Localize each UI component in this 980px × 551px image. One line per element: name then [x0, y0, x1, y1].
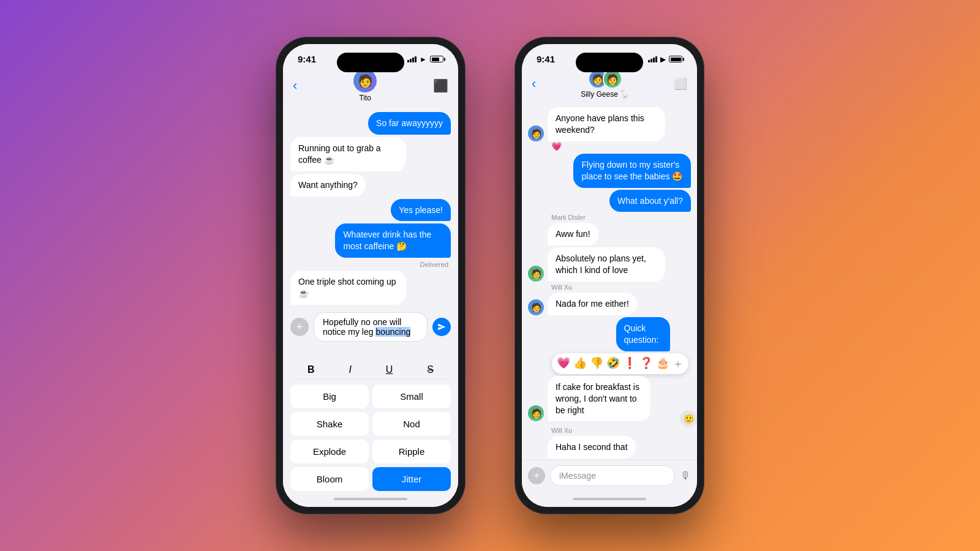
message-row: Aww fun!: [528, 223, 691, 246]
message-row: What about y'all?: [528, 190, 691, 212]
delivered-status: Delivered: [290, 261, 448, 268]
italic-button[interactable]: I: [344, 363, 356, 377]
bubble-outgoing: What about y'all?: [609, 190, 691, 212]
dynamic-island-2: [576, 53, 643, 72]
tapback-exclaim[interactable]: ❗: [623, 356, 636, 371]
underline-button[interactable]: U: [381, 363, 398, 377]
format-toolbar: B I U S: [290, 361, 451, 380]
messages-area-2: 🧑 Anyone have plans this weekend? 💗 Flyi…: [522, 103, 697, 460]
back-button-1[interactable]: ‹: [293, 78, 297, 94]
bubble-incoming: Absolutely no plans yet, which I kind of…: [548, 247, 665, 282]
bubble-incoming: Nada for me either!: [548, 293, 637, 315]
group-info[interactable]: 🧑 🧑 Silly Geese 🪿: [581, 69, 629, 99]
add-attachment-button[interactable]: +: [290, 318, 309, 336]
send-button-1[interactable]: [432, 318, 451, 336]
effect-small[interactable]: Small: [372, 384, 451, 408]
status-time-1: 9:41: [298, 54, 316, 64]
message-row: 🧑 Anyone have plans this weekend?: [528, 107, 691, 141]
tapback-add[interactable]: ＋: [673, 356, 684, 371]
contact-info-1[interactable]: 🧑 Tito: [353, 69, 377, 102]
phone-1: 9:41 ►︎ ‹ 🧑 Tito ⬛: [276, 37, 466, 514]
bubble-outgoing: Quick question:: [616, 317, 670, 351]
effect-jitter[interactable]: Jitter: [372, 467, 451, 491]
nav-bar-2: ‹ 🧑 🧑 Silly Geese 🪿 ⬜: [522, 67, 697, 103]
message-row: One triple shot coming up ☕: [290, 271, 451, 305]
tapback-cake[interactable]: 🎂: [656, 356, 669, 371]
effect-nod[interactable]: Nod: [372, 412, 451, 436]
input-row-1: + Hopefully no one will notice my leg bo…: [290, 312, 451, 342]
bubble-incoming: One triple shot coming up ☕: [290, 271, 406, 305]
bubble-outgoing: Flying down to my sister's place to see …: [573, 154, 691, 188]
signal-icon-1: [407, 56, 417, 62]
message-input-1[interactable]: Hopefully no one will notice my leg boun…: [314, 312, 428, 342]
status-icons-2: ▶︎: [648, 55, 682, 64]
wifi-icon-2: ▶︎: [660, 55, 666, 64]
avatar-1: 🧑: [353, 69, 377, 92]
bubble-wrapper: Quick question:: [616, 317, 692, 351]
dynamic-island-1: [337, 53, 404, 72]
home-indicator-2: [522, 491, 697, 507]
sender-name: Mark Disler: [551, 214, 691, 221]
group-member-avatar: 🧑: [528, 126, 544, 141]
add-attachment-button-2[interactable]: +: [528, 467, 545, 484]
battery-icon-1: [430, 56, 443, 62]
message-row: Quick question:: [528, 317, 691, 351]
message-row: Haha I second that: [528, 436, 691, 459]
mic-icon[interactable]: 🎙: [680, 470, 691, 482]
messages-area-1: So far awayyyyyy Running out to grab a c…: [283, 107, 458, 361]
tapback-thumbsdown[interactable]: 👎: [590, 356, 603, 371]
message-row: Want anything?: [290, 174, 451, 197]
message-row: Running out to grab a coffee ☕: [290, 137, 451, 171]
message-row: 🧑 Absolutely no plans yet, which I kind …: [528, 247, 691, 282]
video-call-button-2[interactable]: ⬜: [674, 77, 687, 91]
bubble-incoming: Aww fun!: [548, 223, 598, 246]
phone-2: 9:41 ▶︎ ‹ 🧑 🧑: [514, 37, 704, 514]
group-name: Silly Geese 🪿: [581, 90, 629, 99]
bubble-outgoing: Yes please!: [391, 199, 451, 222]
bold-button[interactable]: B: [303, 363, 320, 377]
battery-icon-2: [669, 56, 682, 62]
tapback-heart[interactable]: 💗: [557, 356, 570, 371]
sender-name: Will Xu: [551, 427, 691, 434]
nav-bar-1: ‹ 🧑 Tito ⬛: [283, 67, 458, 107]
group-member-avatar-3: 🧑: [528, 299, 544, 315]
effect-bloom[interactable]: Bloom: [290, 467, 369, 491]
bubble-wrapper: If cake for breakfast is wrong, I don't …: [548, 376, 691, 422]
bubble-incoming: If cake for breakfast is wrong, I don't …: [548, 376, 650, 422]
message-row: Yes please!: [290, 199, 451, 222]
strikethrough-button[interactable]: S: [422, 363, 439, 377]
message-row: Flying down to my sister's place to see …: [528, 154, 691, 188]
status-time-2: 9:41: [537, 54, 555, 64]
bubble-outgoing: Whatever drink has the most caffeine 🤔: [335, 223, 451, 258]
effect-big[interactable]: Big: [290, 384, 369, 408]
tapback-thumbsup[interactable]: 👍: [573, 356, 587, 371]
video-call-button-1[interactable]: ⬛: [433, 78, 448, 93]
message-input-2[interactable]: iMessage: [550, 465, 675, 486]
effect-ripple[interactable]: Ripple: [372, 440, 451, 463]
contact-name-1: Tito: [359, 94, 371, 102]
back-button-2[interactable]: ‹: [532, 76, 536, 92]
effect-explode[interactable]: Explode: [290, 440, 369, 463]
bubble-incoming: Haha I second that: [548, 436, 636, 459]
effects-grid: Big Small Shake Nod Explode Ripple Bloom…: [290, 384, 451, 491]
home-indicator-1: [283, 491, 458, 507]
signal-icon-2: [648, 56, 657, 62]
message-row: 🧑 If cake for breakfast is wrong, I don'…: [528, 376, 691, 422]
input-text-selected: bouncing: [375, 327, 410, 337]
reaction: 💗: [551, 141, 691, 152]
tapback-laugh[interactable]: 🤣: [606, 356, 620, 371]
tapback-question[interactable]: ❓: [639, 356, 653, 371]
input-area-2: + iMessage 🎙: [522, 460, 697, 491]
compose-reaction[interactable]: 🙂: [680, 410, 697, 427]
bubble-outgoing: So far awayyyyyy: [368, 112, 451, 135]
tapback-bar: 💗 👍 👎 🤣 ❗ ❓ 🎂 ＋: [528, 353, 688, 374]
message-row: Whatever drink has the most caffeine 🤔: [290, 223, 451, 258]
group-member-avatar-2: 🧑: [528, 266, 544, 282]
message-row: 🧑 Nada for me either!: [528, 293, 691, 315]
effect-shake[interactable]: Shake: [290, 412, 369, 436]
message-row: So far awayyyyyy: [290, 112, 451, 135]
group-member-avatar-4: 🧑: [528, 405, 544, 421]
effects-panel: B I U S Big Small Shake Nod Explode Ripp…: [283, 361, 458, 491]
bubble-incoming: Anyone have plans this weekend?: [548, 107, 665, 141]
bubble-incoming: Want anything?: [290, 174, 366, 197]
